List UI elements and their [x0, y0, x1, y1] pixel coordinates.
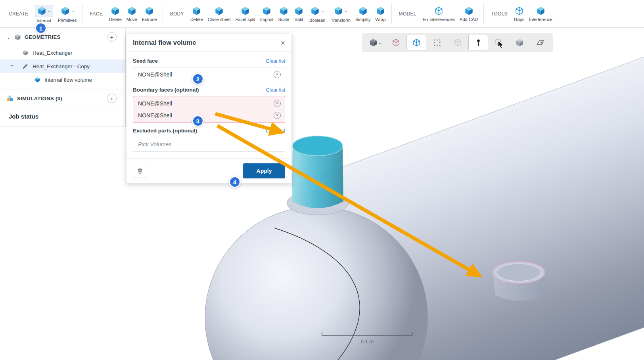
tool-label: Extrude	[142, 17, 157, 22]
remove-boundary-face-icon[interactable]: ×	[274, 112, 281, 119]
tree-item-label: Heat_Exchanger - Copy	[33, 63, 90, 69]
tool-imprint[interactable]: Imprint	[258, 6, 276, 22]
excluded-parts-label: Excluded parts (optional)	[133, 128, 197, 134]
excluded-clear-list-link[interactable]: Clear list	[266, 128, 285, 134]
tool-fix-interferences[interactable]: Fix interferences	[420, 6, 457, 22]
remove-seed-face-icon[interactable]: ×	[274, 71, 281, 78]
view-transparent-button[interactable]	[406, 35, 426, 50]
view-wireframe-button[interactable]	[448, 35, 468, 50]
trash-icon	[136, 167, 144, 174]
interference-icon	[536, 6, 546, 16]
tool-label: Fix interferences	[423, 17, 455, 22]
tool-label: Gaps	[514, 17, 524, 22]
tool-boolean[interactable]: ⌄ Boolean	[306, 5, 328, 23]
tool-facet-split[interactable]: Facet split	[233, 6, 258, 22]
boundary-clear-list-link[interactable]: Clear list	[266, 87, 285, 93]
boundary-face-row[interactable]: NONE@Shell ×	[133, 98, 285, 109]
group-label-face: FACE	[90, 11, 103, 17]
transform-icon	[334, 6, 343, 16]
toolbar-group-face: FACE Delete Move Extrude	[86, 0, 159, 27]
excluded-parts-input[interactable]	[133, 137, 285, 152]
simulations-icon	[6, 95, 17, 102]
boundary-face-value: NONE@Shell	[138, 100, 274, 107]
probe-point-button[interactable]	[468, 35, 488, 50]
chevron-down-icon[interactable]: ⌄	[48, 9, 51, 12]
select-bodies-button[interactable]	[510, 35, 529, 50]
tool-label: Close sheet	[208, 17, 231, 22]
boundary-face-row[interactable]: NONE@Shell ×	[133, 109, 285, 121]
chevron-down-icon[interactable]: ⌄	[321, 9, 324, 12]
add-cad-icon	[464, 6, 474, 16]
tool-primitives[interactable]: ⌄ Primitives	[56, 5, 79, 23]
simplify-icon	[358, 6, 368, 16]
view-shaded-button[interactable]: ⌄	[365, 35, 385, 50]
toolbar-group-tools: TOOLS Gaps Interference	[487, 0, 555, 27]
flow-volume-cube-icon	[34, 77, 44, 83]
toolbar-divider	[483, 4, 484, 24]
step-4-badge: 4	[229, 176, 241, 188]
toolbar-divider	[82, 4, 82, 24]
close-sheet-icon	[214, 6, 224, 16]
chevron-down-icon[interactable]: ⌄	[71, 9, 75, 12]
group-label-create: CREATE	[9, 11, 29, 17]
tool-scale[interactable]: Scale	[276, 6, 292, 22]
tool-label: Facet split	[236, 17, 255, 22]
tool-delete-face[interactable]: Delete	[107, 6, 124, 22]
tool-extrude-face[interactable]: Extrude	[140, 6, 159, 22]
viewport-toolbar: ⌄	[362, 33, 553, 52]
view-vertices-button[interactable]	[427, 35, 447, 50]
apply-button[interactable]: Apply	[243, 163, 285, 178]
view-hidden-line-button[interactable]	[386, 35, 406, 50]
seed-clear-list-link[interactable]: Clear list	[266, 58, 285, 64]
delete-operation-button[interactable]	[133, 164, 147, 178]
simulations-label: SIMULATIONS (0)	[17, 96, 62, 101]
tool-simplify[interactable]: Simplify	[353, 6, 373, 22]
tool-label: Transform	[331, 18, 351, 23]
box-select-button[interactable]	[489, 35, 509, 50]
collapse-icon[interactable]: −	[10, 63, 13, 69]
add-simulation-button[interactable]: +	[107, 94, 117, 103]
tool-label: Imprint	[260, 17, 274, 22]
dialog-title: Internal flow volume	[133, 39, 196, 46]
boundary-face-value: NONE@Shell	[138, 112, 274, 119]
tool-close-sheet[interactable]: Close sheet	[205, 6, 233, 22]
tree-item-internal-flow-volume[interactable]: Internal flow volume	[0, 73, 125, 86]
step-1-badge: 1	[35, 22, 47, 34]
gaps-icon	[514, 6, 524, 16]
scene-tree-sidebar: ⌄ GEOMETRIES + Heat_Exchanger − Heat_Exc…	[0, 28, 126, 126]
edit-pencil-icon	[22, 63, 33, 69]
selected-seed-face-nozzle[interactable]	[287, 136, 349, 215]
add-geometry-button[interactable]: +	[107, 32, 117, 42]
boolean-icon	[310, 6, 320, 16]
tool-move-face[interactable]: Move	[124, 6, 140, 22]
tool-gaps[interactable]: Gaps	[512, 6, 527, 22]
seed-face-input[interactable]: NONE@Shell ×	[133, 67, 285, 82]
geometries-section-header[interactable]: ⌄ GEOMETRIES +	[0, 28, 125, 46]
remove-boundary-face-icon[interactable]: ×	[274, 100, 281, 107]
chevron-down-icon[interactable]: ⌄	[6, 34, 11, 40]
tool-add-cad[interactable]: Add CAD	[457, 6, 480, 22]
tool-wrap[interactable]: Wrap	[373, 6, 388, 22]
tool-interference[interactable]: Interference	[527, 6, 555, 22]
tool-internal[interactable]: ⌄ Internal	[33, 5, 56, 23]
internal-flow-volume-dialog: Internal flow volume × Seed face Clear l…	[126, 34, 292, 184]
outlet-nozzle-face[interactable]	[493, 261, 545, 301]
main-toolbar: CREATE ⌄ Internal ⌄ Primitives FACE	[0, 0, 644, 28]
close-icon[interactable]: ×	[280, 39, 285, 47]
toolbar-divider	[163, 4, 163, 24]
simulations-section-header[interactable]: SIMULATIONS (0) +	[0, 90, 125, 107]
tool-delete-body[interactable]: Delete	[188, 6, 205, 22]
tool-split[interactable]: Split	[291, 6, 306, 22]
tree-item-heat-exchanger[interactable]: Heat_Exchanger	[0, 46, 125, 59]
job-status-section[interactable]: Job status	[0, 107, 125, 125]
tree-item-heat-exchanger-copy[interactable]: − Heat_Exchanger - Copy	[0, 59, 125, 73]
chevron-down-icon[interactable]: ⌄	[378, 40, 381, 45]
tree-item-label: Internal flow volume	[44, 77, 92, 83]
wrap-icon	[376, 6, 385, 16]
tool-label: Boolean	[309, 18, 325, 23]
tool-transform[interactable]: ⌄ Transform	[328, 5, 353, 23]
sketch-plane-button[interactable]	[530, 35, 550, 50]
move-face-icon	[127, 6, 137, 16]
tool-label: Split	[295, 17, 303, 22]
chevron-down-icon[interactable]: ⌄	[344, 9, 348, 12]
